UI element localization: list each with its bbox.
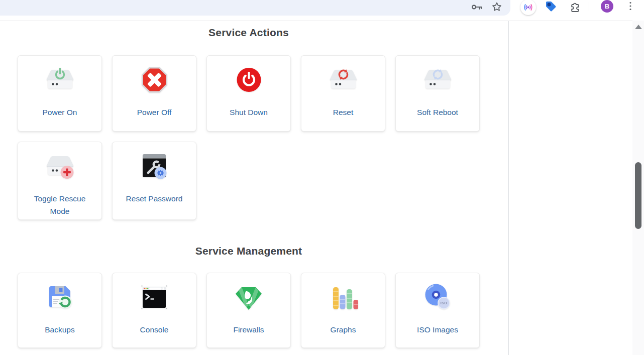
- card-firewalls[interactable]: Firewalls: [206, 273, 291, 348]
- backup-floppy-icon: [41, 281, 78, 317]
- card-label: Backups: [45, 323, 74, 336]
- card-toggle-rescue-mode[interactable]: Toggle Rescue Mode: [18, 142, 102, 220]
- card-label: Firewalls: [233, 323, 264, 336]
- bar-graph-icon: [325, 281, 362, 317]
- card-label: Shut Down: [230, 106, 268, 119]
- avatar-letter: B: [601, 0, 613, 13]
- browser-toolbar: B: [0, 0, 644, 21]
- card-label: Graphs: [331, 323, 356, 336]
- password-tools-icon: [136, 150, 173, 186]
- service-management-grid: Backups: [18, 273, 480, 348]
- card-console[interactable]: Console: [112, 273, 196, 348]
- card-power-off[interactable]: Power Off: [112, 55, 196, 132]
- card-backups[interactable]: Backups: [18, 273, 102, 348]
- radio-waves-extension-icon[interactable]: [520, 0, 536, 15]
- password-key-icon[interactable]: [471, 1, 483, 13]
- card-reset[interactable]: Reset: [301, 55, 385, 132]
- right-panel: [509, 21, 644, 355]
- card-label: Reset: [333, 106, 354, 119]
- bookmark-star-icon[interactable]: [491, 1, 503, 13]
- card-label: Toggle Rescue Mode: [27, 192, 92, 217]
- power-circle-icon: [230, 63, 267, 99]
- iso-badge-text: ISO: [441, 301, 448, 305]
- card-label: ISO Images: [417, 323, 458, 336]
- stop-octagon-icon: [136, 63, 173, 99]
- scrollbar-thumb[interactable]: [635, 162, 641, 229]
- section-title-service-management: Service Management: [18, 245, 480, 257]
- card-reset-password[interactable]: Reset Password: [112, 142, 196, 220]
- firewall-shield-icon: [230, 281, 267, 317]
- card-iso-images[interactable]: ISO ISO Images: [395, 273, 480, 348]
- card-label: Power Off: [137, 106, 172, 119]
- card-label: Reset Password: [126, 192, 183, 205]
- scrollbar-up-arrow-icon[interactable]: [635, 25, 642, 29]
- extensions-puzzle-icon[interactable]: [568, 1, 580, 13]
- terminal-icon: [136, 281, 173, 317]
- service-actions-grid: Power On Power Off: [18, 55, 480, 220]
- section-title-service-actions: Service Actions: [18, 27, 480, 39]
- server-rescue-icon: [41, 150, 78, 186]
- card-label: Soft Reboot: [417, 106, 458, 119]
- server-power-on-icon: [41, 63, 78, 99]
- page-body: Service Actions Power On: [0, 21, 644, 355]
- address-bar[interactable]: [0, 0, 510, 16]
- content-area: Service Actions Power On: [0, 21, 509, 355]
- tag-extension-icon[interactable]: [545, 1, 557, 13]
- card-graphs[interactable]: Graphs: [301, 273, 385, 348]
- browser-menu-icon[interactable]: [624, 0, 636, 12]
- server-reset-icon: [325, 63, 362, 99]
- toolbar-separator: [589, 2, 589, 11]
- card-shut-down[interactable]: Shut Down: [206, 55, 291, 132]
- card-power-on[interactable]: Power On: [18, 55, 102, 132]
- server-soft-reboot-icon: [419, 63, 456, 99]
- iso-disc-icon: ISO: [419, 281, 456, 317]
- profile-avatar[interactable]: B: [601, 0, 613, 13]
- card-soft-reboot[interactable]: Soft Reboot: [395, 55, 480, 132]
- card-label: Console: [140, 323, 169, 336]
- card-label: Power On: [43, 106, 77, 119]
